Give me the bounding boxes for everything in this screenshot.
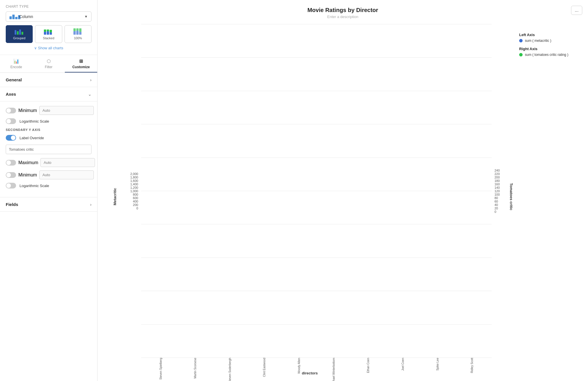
secondary-maximum-toggle[interactable]	[6, 160, 16, 166]
fields-chevron-icon: ›	[90, 202, 91, 207]
left-tick: 1,600	[130, 179, 138, 182]
grouped-variant-button[interactable]: Grouped	[6, 25, 33, 43]
x-label-container: Spike Lee	[421, 358, 454, 370]
legend-tomatoes-item: sum ( tomatoes critic rating )	[519, 53, 577, 57]
secondary-minimum-toggle[interactable]	[6, 172, 16, 178]
right-tick: 60	[494, 200, 498, 203]
legend-tomatoes-label: sum ( tomatoes critic rating )	[525, 53, 568, 57]
x-label-container: Michael Winterbottom	[317, 358, 351, 381]
x-axis-director-label: Ridley Scott	[470, 358, 474, 373]
legend-right-axis-title: Right Axis	[519, 47, 577, 51]
100pct-icon	[73, 28, 83, 35]
100pct-variant-button[interactable]: 100%	[65, 25, 91, 43]
chart-content: Metacritic 2,0001,8001,6001,4001,2001,00…	[98, 21, 588, 381]
chart-type-value: Column	[19, 14, 84, 19]
tab-customize[interactable]: ⊞ Customize	[65, 55, 97, 72]
secondary-log-scale-toggle[interactable]	[6, 183, 16, 188]
secondary-minimum-input[interactable]	[39, 170, 94, 179]
grouped-icon	[15, 28, 24, 35]
axes-section-header[interactable]: Axes ⌄	[0, 87, 97, 101]
general-section-header[interactable]: General ›	[0, 73, 97, 87]
primary-minimum-input[interactable]	[39, 106, 94, 115]
left-y-axis-ticks: 2,0001,8001,6001,4001,2001,0008006004002…	[125, 172, 141, 221]
x-label-container: Ethan Coen	[351, 358, 385, 373]
left-y-axis-label: Metacritic	[113, 188, 117, 205]
legend-metacritic-label: sum ( metacritic )	[525, 39, 551, 43]
right-tick: 0	[494, 210, 496, 213]
left-tick: 200	[133, 203, 138, 207]
legend-left-axis-title: Left Axis	[519, 33, 577, 37]
right-y-axis-ticks: 240220200180160140120100806040200	[492, 169, 507, 225]
tab-filter[interactable]: ⬡ Filter	[32, 55, 65, 72]
left-tick: 800	[133, 193, 138, 196]
stacked-icon	[44, 28, 53, 35]
chart-header: Movie Ratings by Director Enter a descri…	[98, 0, 588, 21]
tab-filter-label: Filter	[45, 65, 52, 69]
column-chart-icon	[9, 14, 16, 19]
show-all-charts-link[interactable]: ∨ Show all charts	[6, 46, 91, 50]
left-y-axis-container: Metacritic 2,0001,8001,6001,4001,2001,00…	[106, 24, 141, 369]
more-options-button[interactable]: ...	[571, 6, 582, 15]
secondary-maximum-input[interactable]	[40, 158, 95, 167]
chart-type-section: Chart Type Column ▼ Grouped	[0, 0, 97, 55]
x-axis-director-label: Woody Allen	[297, 358, 301, 374]
filter-icon: ⬡	[47, 58, 51, 64]
fields-section-header[interactable]: Fields ›	[0, 197, 97, 212]
primary-log-scale-toggle[interactable]	[6, 118, 16, 124]
x-axis-director-label: Michael Winterbottom	[332, 358, 335, 381]
right-tick: 40	[494, 203, 498, 207]
chart-type-dropdown[interactable]: Column ▼	[6, 11, 91, 22]
secondary-log-scale-label: Logarithmic Scale	[20, 184, 49, 188]
x-axis-director-label: Joel Coen	[401, 358, 404, 371]
right-tick: 220	[494, 172, 500, 176]
axes-chevron-icon: ⌄	[88, 92, 91, 97]
primary-minimum-row: Minimum	[6, 106, 91, 115]
sidebar: Chart Type Column ▼ Grouped	[0, 0, 98, 381]
secondary-label-override-toggle[interactable]	[6, 135, 16, 141]
left-tick: 1,800	[130, 176, 138, 179]
stacked-label: Stacked	[43, 36, 54, 40]
chart-description: Enter a description	[115, 15, 571, 19]
x-label-container: Joel Coen	[386, 358, 420, 371]
sidebar-content: General › Axes ⌄ Minimum Logarithmic	[0, 73, 97, 381]
main-chart-area: Movie Ratings by Director Enter a descri…	[98, 0, 588, 381]
left-tick: 2,000	[130, 172, 138, 176]
x-label-container: Steven Soderbergh	[213, 358, 247, 381]
secondary-y-axis-label: SECONDARY Y AXIS	[6, 128, 91, 131]
secondary-maximum-label: Maximum	[18, 160, 38, 165]
tomatoes-critic-input[interactable]	[6, 145, 91, 154]
tab-encode[interactable]: 📊 Encode	[0, 55, 32, 72]
chart-with-axes: Metacritic 2,0001,8001,6001,4001,2001,00…	[106, 24, 513, 375]
primary-minimum-label: Minimum	[18, 108, 37, 113]
axes-content: Minimum Logarithmic Scale SECONDARY Y AX…	[0, 101, 97, 197]
x-label-container: Martin Scorsese	[178, 358, 212, 378]
x-axis-director-label: Martin Scorsese	[194, 358, 197, 378]
primary-minimum-toggle[interactable]	[6, 108, 16, 113]
x-label-container: Steven Spielberg	[144, 358, 178, 380]
x-axis-director-label: Steven Spielberg	[159, 358, 162, 380]
secondary-minimum-row: Minimum	[6, 170, 91, 179]
grouped-label: Grouped	[13, 36, 26, 40]
stacked-variant-button[interactable]: Stacked	[35, 25, 62, 43]
general-chevron-icon: ›	[90, 78, 91, 82]
secondary-minimum-knob	[6, 173, 11, 177]
secondary-log-scale-knob	[6, 183, 11, 188]
secondary-maximum-knob	[6, 160, 11, 165]
x-axis-director-label: Spike Lee	[436, 358, 439, 370]
right-tick: 120	[494, 189, 500, 193]
x-axis-director-label: Clint Eastwood	[263, 358, 266, 377]
left-tick: 400	[133, 200, 138, 203]
secondary-minimum-label: Minimum	[18, 172, 37, 178]
primary-log-scale-row: Logarithmic Scale	[6, 118, 91, 124]
right-tick: 80	[494, 196, 498, 200]
chart-title: Movie Ratings by Director	[115, 7, 571, 13]
general-title: General	[6, 77, 22, 82]
axes-title: Axes	[6, 92, 16, 97]
chart-variants: Grouped	[6, 25, 91, 43]
right-tick: 100	[494, 193, 500, 196]
right-tick: 180	[494, 179, 500, 182]
dropdown-arrow-icon: ▼	[84, 15, 88, 19]
x-label-container: Clint Eastwood	[248, 358, 281, 377]
fields-title: Fields	[6, 202, 18, 207]
right-tick: 240	[494, 169, 500, 172]
